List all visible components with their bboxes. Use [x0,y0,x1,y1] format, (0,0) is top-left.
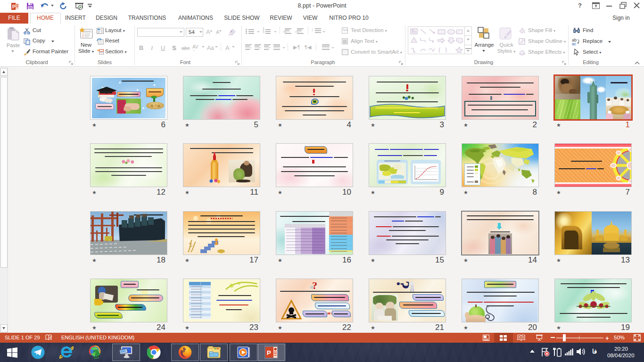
svg-text:ac: ac [572,41,577,45]
svg-text:}: } [445,46,447,53]
svg-text:A: A [230,29,233,33]
svg-text:{: { [438,46,441,53]
svg-text:P: P [267,349,271,356]
svg-text:A: A [412,29,413,32]
